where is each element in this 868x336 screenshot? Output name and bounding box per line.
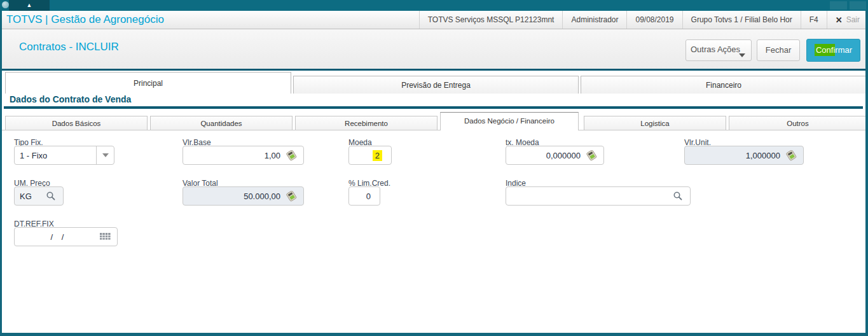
confirm-button[interactable]: Confirmar: [806, 39, 860, 62]
um-preco-field[interactable]: KG: [14, 186, 64, 206]
page-header: Contratos - INCLUIR Outras Ações Fechar …: [0, 29, 868, 69]
subtab-outros[interactable]: Outros: [729, 116, 867, 130]
tab-financeiro[interactable]: Financeiro: [581, 76, 867, 94]
page-title: Contratos - INCLUIR: [19, 41, 119, 53]
exit-button[interactable]: ✕ Sair: [827, 11, 868, 29]
subtab-recebimento[interactable]: Recebimento: [295, 116, 437, 130]
user-name: Administrador: [562, 11, 626, 29]
frame-edge-bottom: [0, 333, 868, 336]
browser-top-strip: ▲: [0, 0, 868, 11]
close-button[interactable]: Fechar: [757, 39, 800, 61]
moeda-field[interactable]: 2: [348, 146, 392, 165]
current-date: 09/08/2019: [626, 11, 682, 29]
section-underline: [4, 106, 863, 109]
other-actions-button[interactable]: Outras Ações: [685, 39, 752, 61]
search-icon[interactable]: [44, 191, 58, 201]
subtab-quantidades[interactable]: Quantidades: [150, 116, 293, 130]
vlr-unit-field: 1,000000: [684, 146, 804, 165]
chevron-down-icon[interactable]: [96, 146, 114, 164]
subtab-dados-negocio-financeiro[interactable]: Dados Negócio / Financeiro: [440, 112, 579, 130]
header-divider: [0, 69, 868, 71]
valor-total-field: 50.000,00: [183, 186, 304, 206]
frame-edge-left: [0, 11, 2, 336]
subtab-logistica[interactable]: Logistica: [584, 116, 726, 130]
search-highlight: 2: [373, 150, 382, 161]
app-window: ▲ TOTVS | Gestão de Agronegócio TOTVS Se…: [0, 0, 868, 336]
company-branch[interactable]: Grupo Totvs 1 / Filial Belo Hor: [682, 11, 801, 29]
exit-label: Sair: [846, 15, 860, 24]
environment-info: TOTVS Serviços MSSQL P12123mnt: [419, 11, 563, 29]
calendar-icon[interactable]: [98, 232, 112, 242]
frame-edge-right: [865, 11, 868, 336]
tab-arrow-icon: ▲: [27, 3, 32, 8]
titlebar-status-area: TOTVS Serviços MSSQL P12123mnt Administr…: [419, 11, 868, 29]
search-highlight: Confi: [815, 44, 835, 56]
dt-ref-fix-field[interactable]: / /: [14, 227, 118, 246]
close-icon: ✕: [836, 15, 843, 25]
chevron-down-icon: [739, 53, 745, 57]
calculator-icon[interactable]: [584, 150, 598, 161]
vlr-base-field[interactable]: 1,00: [183, 146, 304, 165]
calculator-icon[interactable]: [284, 150, 298, 161]
indice-field[interactable]: [506, 186, 691, 206]
window-control[interactable]: [850, 1, 866, 10]
section-title: Dados do Contrato de Venda: [10, 94, 131, 104]
subtab-dados-basicos[interactable]: Dados Básicos: [5, 116, 148, 130]
app-titlebar: TOTVS | Gestão de Agronegócio TOTVS Serv…: [0, 11, 868, 29]
search-icon[interactable]: [671, 191, 685, 201]
tab-previsao-de-entrega[interactable]: Previsão de Entrega: [293, 76, 579, 94]
browser-tab[interactable]: ▲: [9, 0, 50, 11]
browser-favicon-icon: [2, 1, 9, 8]
window-control[interactable]: [830, 1, 847, 10]
tipo-fix-select[interactable]: 1 - Fixo: [14, 146, 114, 165]
f4-shortcut[interactable]: F4: [801, 11, 827, 29]
tx-moeda-field[interactable]: 0,000000: [506, 146, 604, 165]
app-title: TOTVS | Gestão de Agronegócio: [0, 13, 164, 26]
tab-principal[interactable]: Principal: [5, 72, 291, 94]
calculator-icon[interactable]: [284, 191, 298, 202]
lim-cred-field[interactable]: 0: [348, 186, 380, 206]
calculator-icon[interactable]: [784, 150, 798, 161]
form-panel: Tipo Fix. 1 - Fixo Vlr.Base 1,00 Moeda 2…: [2, 130, 865, 333]
